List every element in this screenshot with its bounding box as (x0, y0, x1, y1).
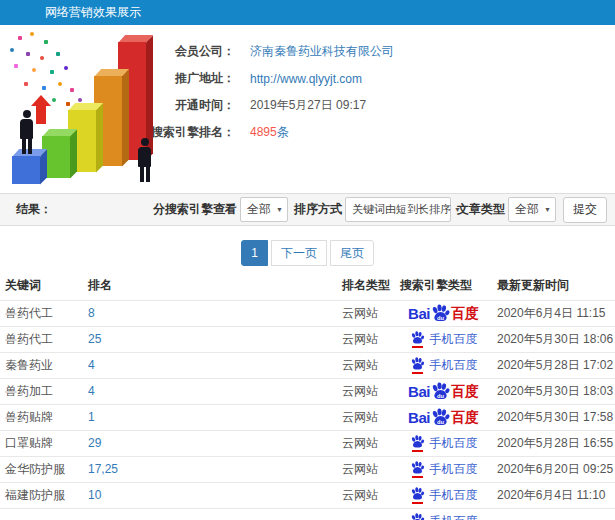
rank-link[interactable]: 1 (83, 404, 337, 430)
update-time-cell: 2020年6月20日 09:25 (492, 456, 615, 482)
baidu-cn-text: 百度 (451, 306, 479, 320)
update-time-cell: 2020年6月4日 11:10 (492, 482, 615, 508)
engine-cell: Bai du 百度 (395, 378, 492, 404)
mobile-baidu-logo: 手机百度 (410, 461, 478, 478)
baidu-bai-text: Bai (408, 384, 430, 399)
mobile-baidu-text: 手机百度 (430, 333, 478, 345)
engine-cell: Bai du 百度 (395, 456, 492, 482)
update-time-cell: 2020年6月4日 11:15 (492, 300, 615, 326)
update-time-cell: 2020年5月30日 17:58 (492, 404, 615, 430)
rank-link[interactable]: 4 (83, 378, 337, 404)
rank-link[interactable]: 8 (83, 300, 337, 326)
table-row: 口罩贴牌 29 云网站 Bai du 百度 (0, 430, 615, 456)
last-page-button[interactable]: 尾页 (330, 240, 374, 266)
baidu-paw-icon (410, 461, 425, 478)
baidu-paw-icon (410, 513, 425, 520)
sort-filter-label: 排序方式 (294, 201, 342, 218)
up-arrow-icon (36, 106, 46, 124)
rank-type-cell: 云网站 (337, 300, 395, 326)
bar-chart-clipart (0, 28, 172, 188)
page: 网络营销效果展示 会员公司： 济南秦鲁药业科技有限公司 推广地址： http:/… (0, 0, 615, 520)
rank-link[interactable]: 17,25 (83, 456, 337, 482)
mobile-baidu-text: 手机百度 (430, 489, 478, 501)
chevron-down-icon: ▼ (276, 206, 283, 213)
baidu-bai-text: Bai (408, 306, 430, 321)
rank-link[interactable]: 25 (83, 326, 337, 352)
baidu-paw-icon (410, 357, 425, 374)
rank-link[interactable] (83, 508, 337, 520)
rank-link[interactable]: 29 (83, 430, 337, 456)
open-time-value: 2019年5月27日 09:17 (250, 97, 366, 114)
sort-filter-value: 关键词由短到长排序 (352, 202, 451, 217)
mobile-baidu-logo: 手机百度 (410, 357, 478, 374)
type-filter-label: 文章类型 (457, 201, 505, 218)
table-row: 金华防护服 17,25 云网站 Bai du 百度 (0, 456, 615, 482)
rank-count-suffix: 条 (277, 125, 289, 139)
rank-type-cell: 云网站 (337, 456, 395, 482)
mobile-baidu-text: 手机百度 (430, 463, 478, 475)
table-row: 福建防护服 10 云网站 Bai du 百度 (0, 482, 615, 508)
mobile-baidu-logo: 手机百度 (410, 435, 478, 452)
baidu-logo: Bai du 百度 (408, 382, 479, 401)
keyword-cell: 兽药加工 (0, 378, 83, 404)
header-rank: 排名 (83, 272, 337, 300)
rank-count-number: 4895 (250, 125, 277, 139)
update-time-cell: 2020年5月30日 18:06 (492, 326, 615, 352)
engine-cell: Bai du 百度 (395, 482, 492, 508)
rank-count-value: 4895条 (250, 124, 289, 141)
businessman-figure-left (20, 110, 33, 154)
mobile-baidu-logo: 手机百度 (410, 513, 478, 520)
keyword-cell: 兽药贴牌 (0, 404, 83, 430)
results-table: 关键词 排名 排名类型 搜索引擎类型 最新更新时间 兽药代工 8 云网站 Bai (0, 272, 615, 520)
submit-button[interactable]: 提交 (563, 197, 607, 223)
sort-filter-select[interactable]: 关键词由短到长排序 ▼ (345, 197, 451, 222)
engine-cell: Bai du 百度 (395, 352, 492, 378)
rank-link[interactable]: 10 (83, 482, 337, 508)
baidu-cn-text: 百度 (451, 384, 479, 398)
keyword-cell: 口罩贴牌 (0, 430, 83, 456)
next-page-button[interactable]: 下一页 (271, 240, 327, 266)
header-rank-type: 排名类型 (337, 272, 395, 300)
engine-filter-label: 分搜索引擎查看 (153, 201, 237, 218)
rank-type-cell (337, 508, 395, 520)
keyword-cell: 兽药代工 (0, 300, 83, 326)
title-bar: 网络营销效果展示 (0, 0, 615, 25)
table-row: Bai du 百度 (0, 508, 615, 520)
baidu-paw-icon (410, 487, 425, 504)
rank-link[interactable]: 4 (83, 352, 337, 378)
baidu-paw-icon: du (431, 304, 450, 323)
promo-url-link[interactable]: http://www.qlyyjt.com (250, 72, 362, 86)
engine-cell: Bai du 百度 (395, 326, 492, 352)
table-row: 兽药加工 4 云网站 Bai du 百度 (0, 378, 615, 404)
keyword-cell: 兽药代工 (0, 326, 83, 352)
baidu-paw-icon (410, 435, 425, 452)
info-row-company: 会员公司： 济南秦鲁药业科技有限公司 (120, 38, 394, 65)
header-update-time: 最新更新时间 (492, 272, 615, 300)
filter-controls: 分搜索引擎查看 全部 ▼ 排序方式 关键词由短到长排序 ▼ 文章类型 全部 ▼ … (147, 197, 607, 223)
type-filter-select[interactable]: 全部 ▼ (508, 197, 556, 222)
pagination: 1 下一页 尾页 (0, 240, 615, 266)
rank-type-cell: 云网站 (337, 378, 395, 404)
svg-text:du: du (437, 418, 444, 424)
rank-type-cell: 云网站 (337, 326, 395, 352)
mobile-baidu-logo: 手机百度 (410, 331, 478, 348)
header-engine-type: 搜索引擎类型 (395, 272, 492, 300)
rank-type-cell: 云网站 (337, 404, 395, 430)
baidu-paw-icon: du (431, 382, 450, 401)
update-time-cell (492, 508, 615, 520)
page-1-button[interactable]: 1 (241, 240, 268, 266)
type-filter-value: 全部 (515, 201, 539, 218)
keyword-cell: 福建防护服 (0, 482, 83, 508)
chevron-down-icon: ▼ (544, 206, 551, 213)
baidu-logo: Bai du 百度 (408, 408, 479, 427)
engine-filter-select[interactable]: 全部 ▼ (240, 197, 288, 222)
member-info-panel: 会员公司： 济南秦鲁药业科技有限公司 推广地址： http://www.qlyy… (120, 38, 394, 146)
engine-cell: Bai du 百度 (395, 300, 492, 326)
svg-text:du: du (437, 392, 444, 398)
svg-text:du: du (437, 314, 444, 320)
result-label: 结果： (16, 201, 52, 218)
company-link[interactable]: 济南秦鲁药业科技有限公司 (250, 43, 394, 60)
mobile-baidu-text: 手机百度 (430, 515, 478, 520)
page-title: 网络营销效果展示 (45, 0, 141, 25)
table-body: 兽药代工 8 云网站 Bai du 百度 (0, 300, 615, 520)
